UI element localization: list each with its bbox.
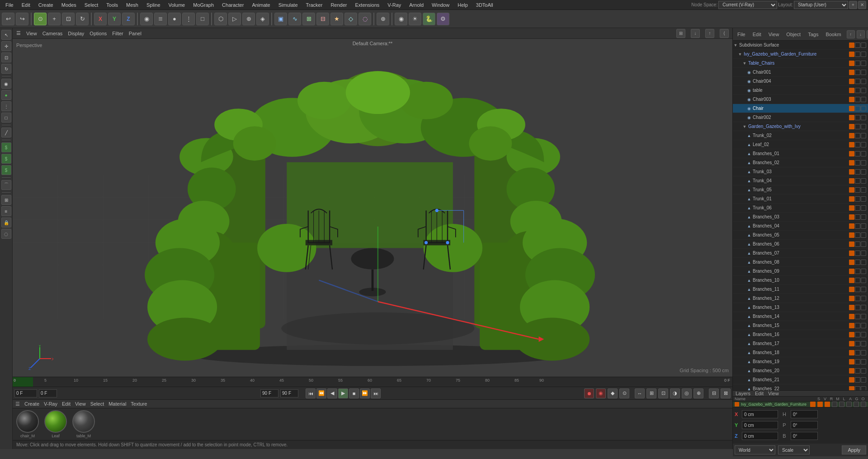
y-axis-btn[interactable]: Y xyxy=(108,13,121,25)
play-btn[interactable]: ▶ xyxy=(338,388,348,398)
end-frame-input[interactable] xyxy=(260,389,278,397)
scale-btn[interactable]: ⊡ xyxy=(62,13,75,25)
end-frame-input2[interactable] xyxy=(280,389,298,397)
stop-btn[interactable]: ■ xyxy=(349,388,359,398)
tree-vis-btn[interactable] xyxy=(855,214,860,220)
mat-create-menu[interactable]: Create xyxy=(24,401,39,407)
anim-settings-btn[interactable]: ⊙ xyxy=(619,388,629,398)
layout-select[interactable]: Startup (User) xyxy=(794,1,848,9)
layout-btn[interactable]: ⊟ xyxy=(709,388,719,398)
tree-item-chair002[interactable]: ◉Chair002 xyxy=(733,113,868,122)
tree-expand-icon[interactable]: ▼ xyxy=(733,43,738,48)
tree-vis-btn[interactable] xyxy=(855,142,860,147)
menu-item-volume[interactable]: Volume xyxy=(165,1,189,9)
tree-item-branches-11[interactable]: ▲Branches_11 xyxy=(733,285,868,294)
tree-vis-btn[interactable] xyxy=(855,386,860,391)
ipr-btn[interactable]: ◈ xyxy=(256,13,269,25)
render-pic-btn[interactable]: ⊕ xyxy=(242,13,255,25)
layout-btn2[interactable]: ⊠ xyxy=(721,388,731,398)
play-mode6[interactable]: ⊕ xyxy=(693,388,703,398)
tree-lock-btn[interactable] xyxy=(861,133,866,138)
tag-btn[interactable]: ◇ xyxy=(344,13,357,25)
menu-item-3dtoall[interactable]: 3DToAll xyxy=(472,1,497,9)
menu-item-character[interactable]: Character xyxy=(218,1,247,9)
y-pos-input[interactable] xyxy=(742,421,778,429)
tree-item-branches-14[interactable]: ▲Branches_14 xyxy=(733,312,868,321)
tree-item-table-chairs[interactable]: ▼Table_Chairs xyxy=(733,59,868,68)
left-anim-btn[interactable]: ◌ xyxy=(1,229,11,239)
rotate-btn[interactable]: ↻ xyxy=(76,13,89,25)
layer-item[interactable]: Ivy_Gazebo_with_Garden_Furniture xyxy=(733,402,868,407)
menu-item-select[interactable]: Select xyxy=(81,1,102,9)
viewport[interactable]: Perspective Default Camera:** Grid Spaci… xyxy=(13,39,732,377)
material-btn[interactable]: ◌ xyxy=(359,13,371,25)
tree-lock-btn[interactable] xyxy=(861,386,866,391)
tree-lock-btn[interactable] xyxy=(861,160,866,166)
live-select-btn[interactable]: ⊙ xyxy=(34,13,47,25)
play-mode2[interactable]: ⊞ xyxy=(646,388,656,398)
vp-panel-menu[interactable]: Panel xyxy=(129,31,142,36)
tree-vis-btn[interactable] xyxy=(855,260,860,265)
left-rotate-btn[interactable]: ↻ xyxy=(1,64,11,74)
python-btn[interactable]: 🐍 xyxy=(423,13,435,25)
tree-lock-btn[interactable] xyxy=(861,97,866,102)
record-auto-btn[interactable]: ◉ xyxy=(596,388,606,398)
tree-vis-btn[interactable] xyxy=(855,350,860,355)
prev-frame-btn[interactable]: ⏪ xyxy=(316,388,326,398)
prev-btn[interactable]: ◀ xyxy=(327,388,337,398)
tree-lock-btn[interactable] xyxy=(861,305,866,310)
left-dollar1-btn[interactable]: $ xyxy=(1,142,11,152)
vp-icon1[interactable]: ⊞ xyxy=(676,29,685,38)
tree-item-ivy-gazebo-with-garden-furniture[interactable]: ▼Ivy_Gazebo_with_Garden_Furniture xyxy=(733,50,868,59)
tree-lock-btn[interactable] xyxy=(861,205,866,211)
tree-item-branches-07[interactable]: ▲Branches_07 xyxy=(733,249,868,258)
tree-item-branches-03[interactable]: ▲Branches_03 xyxy=(733,213,868,222)
layers-view-menu[interactable]: View xyxy=(768,391,779,396)
x-axis-btn[interactable]: X xyxy=(94,13,107,25)
tree-item-trunk-05[interactable]: ▲Trunk_05 xyxy=(733,185,868,194)
play-mode3[interactable]: ⊡ xyxy=(658,388,668,398)
tree-lock-btn[interactable] xyxy=(861,70,866,75)
obj-mode-btn[interactable]: ≡ xyxy=(154,13,167,25)
vp-icon3[interactable]: ↑ xyxy=(705,29,714,38)
menu-item-edit[interactable]: Edit xyxy=(18,1,34,9)
tree-vis-btn[interactable] xyxy=(855,70,860,75)
tree-item-branches-09[interactable]: ▲Branches_09 xyxy=(733,267,868,276)
tree-lock-btn[interactable] xyxy=(861,151,866,156)
b-rot-input[interactable] xyxy=(791,432,818,440)
tree-vis-btn[interactable] xyxy=(855,232,860,238)
tree-expand-icon[interactable]: ▼ xyxy=(737,52,743,57)
tree-vis-btn[interactable] xyxy=(855,187,860,193)
tree-vis-btn[interactable] xyxy=(855,251,860,256)
timeline-ruler[interactable]: 0 5 10 15 20 25 30 35 40 45 50 55 60 65 … xyxy=(13,377,732,387)
left-select-btn[interactable]: ↖ xyxy=(1,30,11,40)
menu-item-render[interactable]: Render xyxy=(327,1,350,9)
menu-item-tracker[interactable]: Tracker xyxy=(302,1,326,9)
mat-view-menu[interactable]: View xyxy=(75,401,86,407)
left-lock-btn[interactable]: 🔒 xyxy=(1,218,11,227)
tree-item-table[interactable]: ◉table xyxy=(733,86,868,95)
tree-vis-btn[interactable] xyxy=(855,169,860,175)
tree-lock-btn[interactable] xyxy=(861,278,866,283)
tree-item-branches-12[interactable]: ▲Branches_12 xyxy=(733,294,868,303)
tree-vis-btn[interactable] xyxy=(855,133,860,138)
current-frame-input[interactable] xyxy=(14,389,37,397)
tree-vis-btn[interactable] xyxy=(855,287,860,292)
tree-vis-btn[interactable] xyxy=(855,115,860,120)
tree-vis-btn[interactable] xyxy=(855,323,860,328)
left-dollar3-btn[interactable]: $ xyxy=(1,165,11,175)
tree-vis-btn[interactable] xyxy=(855,151,860,156)
left-move-btn[interactable]: ✛ xyxy=(1,41,11,51)
rp-object-menu[interactable]: Object xyxy=(784,31,802,38)
z-axis-btn[interactable]: Z xyxy=(122,13,135,25)
tree-vis-btn[interactable] xyxy=(855,160,860,166)
tree-lock-btn[interactable] xyxy=(861,269,866,274)
snap-btn[interactable]: ⊕ xyxy=(377,13,389,25)
tree-vis-btn[interactable] xyxy=(855,296,860,301)
left-poly-btn[interactable]: □ xyxy=(1,113,11,123)
tree-vis-btn[interactable] xyxy=(855,88,860,93)
menu-item-help[interactable]: Help xyxy=(454,1,472,9)
layout-btn2[interactable]: ✕ xyxy=(858,1,866,9)
tree-lock-btn[interactable] xyxy=(861,214,866,220)
redo-btn[interactable]: ↪ xyxy=(16,13,28,25)
